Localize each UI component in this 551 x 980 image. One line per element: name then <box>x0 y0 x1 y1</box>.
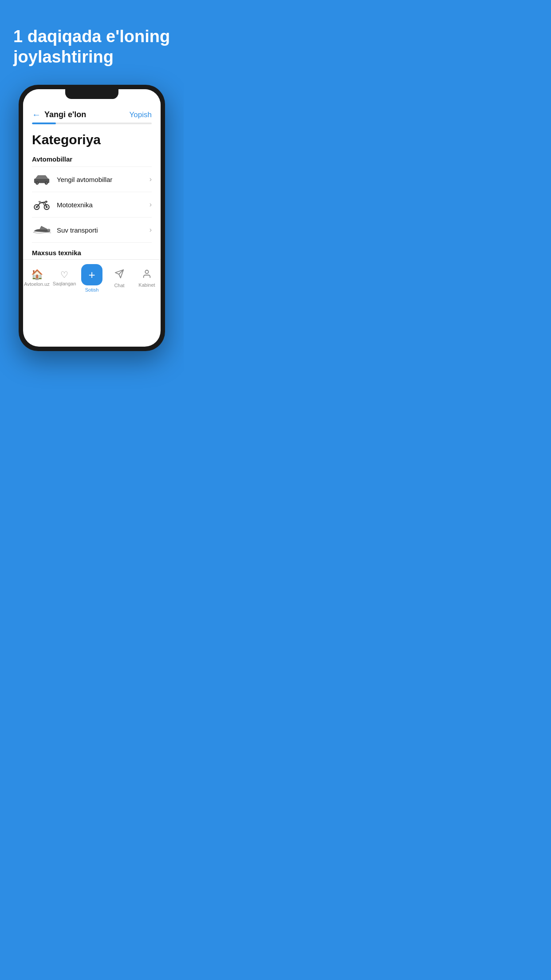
section-avtomobillar: Avtomobillar <box>32 155 152 163</box>
category-item-left: Mototexnika <box>32 198 93 211</box>
phone-screen: ← Yangi e'lon Yopish Kategoriya Avtomobi… <box>23 89 161 347</box>
nav-item-saved[interactable]: ♡ Saqlangan <box>51 270 78 286</box>
nav-label-saved: Saqlangan <box>53 281 76 286</box>
headline-line1: 1 daqiqada e'loning <box>13 27 170 46</box>
kategoriya-title: Kategoriya <box>32 132 152 147</box>
chevron-right-icon: › <box>150 201 152 209</box>
nav-item-home[interactable]: 🏠 Avtoelon.uz <box>24 270 50 287</box>
page-title: Yangi e'lon <box>44 110 86 119</box>
header-left: ← Yangi e'lon <box>32 110 86 120</box>
nav-item-kabinet[interactable]: Kabinet <box>134 269 160 288</box>
send-icon <box>114 269 124 281</box>
nav-item-sotish[interactable]: + Sotish <box>79 264 105 292</box>
progress-bar-container <box>23 122 161 124</box>
back-button[interactable]: ← <box>32 110 41 120</box>
svg-point-4 <box>46 182 47 184</box>
svg-point-3 <box>36 182 38 184</box>
nav-label-home: Avtoelon.uz <box>24 281 49 287</box>
headline-line2: joylashtiring <box>13 47 114 66</box>
app-header: ← Yangi e'lon Yopish <box>23 105 161 122</box>
list-item[interactable]: Mototexnika › <box>32 192 152 217</box>
moto-icon <box>32 198 51 211</box>
phone-wrapper: ← Yangi e'lon Yopish Kategoriya Avtomobi… <box>13 85 170 351</box>
sotish-button[interactable]: + <box>81 264 102 285</box>
page-bottom <box>13 351 170 378</box>
category-item-left: Yengil avtomobillar <box>32 173 112 186</box>
svg-point-9 <box>47 229 51 231</box>
chevron-right-icon: › <box>150 226 152 234</box>
progress-fill <box>32 122 56 124</box>
svg-point-12 <box>145 270 148 273</box>
category-name-moto: Mototexnika <box>57 201 93 209</box>
category-name-yengil: Yengil avtomobillar <box>57 176 112 183</box>
screen-body: Kategoriya Avtomobillar <box>23 125 161 259</box>
person-icon <box>142 269 152 281</box>
nav-label-kabinet: Kabinet <box>138 282 155 288</box>
heart-icon: ♡ <box>60 270 68 279</box>
plus-icon: + <box>88 269 95 281</box>
headline: 1 daqiqada e'loning joylashtiring <box>13 27 170 67</box>
car-icon <box>32 173 51 186</box>
list-item[interactable]: Yengil avtomobillar › <box>32 166 152 192</box>
chevron-right-icon: › <box>150 175 152 183</box>
page-background: 1 daqiqada e'loning joylashtiring ← Yang… <box>0 0 184 980</box>
house-icon: 🏠 <box>31 270 43 280</box>
list-item[interactable]: Suv transporti › <box>32 217 152 242</box>
phone-notch <box>65 89 118 99</box>
bottom-nav: 🏠 Avtoelon.uz ♡ Saqlangan + Sotish <box>23 259 161 300</box>
category-item-left: Suv transporti <box>32 224 98 236</box>
boat-icon <box>32 224 51 236</box>
nav-label-chat: Chat <box>114 283 124 288</box>
close-button[interactable]: Yopish <box>130 111 152 119</box>
category-name-suv: Suv transporti <box>57 226 98 234</box>
category-list: Yengil avtomobillar › <box>32 166 152 242</box>
nav-label-sotish: Sotish <box>85 287 99 292</box>
nav-item-chat[interactable]: Chat <box>106 269 133 288</box>
section-maxsus: Maxsus texnika <box>32 242 152 259</box>
progress-track <box>32 122 152 124</box>
phone-frame: ← Yangi e'lon Yopish Kategoriya Avtomobi… <box>19 85 165 351</box>
